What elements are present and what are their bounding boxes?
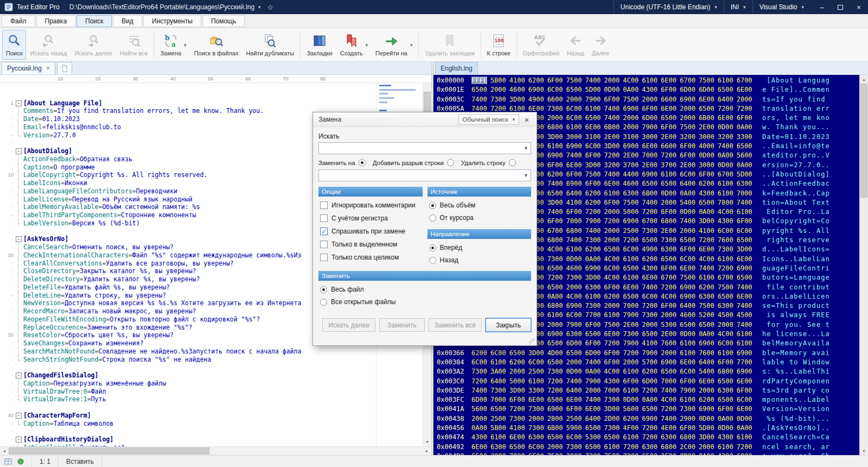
chevron-down-icon[interactable]: ▼ [521,146,531,151]
hex-word[interactable]: 7300 [585,302,601,310]
toolbar-search-button[interactable]: Поиск [2,30,26,60]
hex-word[interactable]: 2500 [490,415,506,422]
hex-word[interactable]: 6E00 [509,433,525,441]
hex-word[interactable]: 7200 [642,208,658,216]
hex-word[interactable]: 6900 [680,96,695,103]
hex-word[interactable]: 6400 [680,302,695,310]
menu-item-4[interactable]: Инструменты [143,15,201,27]
hex-word[interactable]: 6400 [566,190,582,197]
hex-word[interactable]: 7400 [566,236,582,244]
hex-word[interactable]: 6500 [642,330,658,338]
hex-word[interactable]: 6C00 [528,443,544,451]
hex-word[interactable]: 2E00 [623,321,639,329]
hex-word[interactable]: 2000 [623,358,639,366]
hex-word[interactable]: 4100 [642,339,658,347]
hex-word[interactable]: 7400 [737,302,752,310]
hex-word[interactable]: 4C00 [661,396,676,403]
hex-word[interactable]: 4300 [718,452,733,455]
hex-word[interactable]: 3D00 [509,96,525,103]
hex-word[interactable]: 5B00 [490,77,506,84]
hex-word[interactable]: 7400 [737,199,752,206]
hex-word[interactable]: 6100 [623,255,639,263]
hex-word[interactable]: 2000 [604,77,620,84]
hex-word[interactable]: 4400 [623,171,639,178]
hex-word[interactable]: 7400 [661,415,676,422]
hex-word[interactable]: 3D00 [585,161,601,169]
replace-mode-option-0[interactable]: Заменить на [318,159,366,166]
option-checkbox-1[interactable]: С учётом регистра [320,214,423,222]
hex-word[interactable]: 6E00 [699,96,714,103]
hex-word[interactable]: 2000 [680,114,695,122]
radio-button[interactable] [320,299,327,306]
fold-marker[interactable] [15,235,22,243]
hex-word[interactable]: 7400 [585,227,601,235]
hex-word[interactable]: 4100 [509,77,525,84]
hex-word[interactable]: 7900 [642,123,658,131]
hex-word[interactable]: 7300 [585,452,601,455]
hex-word[interactable]: 7300 [642,227,658,235]
hex-word[interactable]: 6300 [718,387,733,394]
hex-word[interactable]: 6F00 [547,161,563,169]
hex-word[interactable]: 6100 [566,245,582,253]
hex-word[interactable]: 5200 [699,311,714,319]
hex-word[interactable]: 7300 [585,236,601,244]
hex-word[interactable]: 6400 [718,96,733,103]
tab-new-file[interactable] [57,62,72,74]
hex-word[interactable]: 6D00 [566,339,582,347]
hex-word[interactable]: 7400 [471,96,487,103]
hex-word[interactable]: 2E00 [604,133,620,141]
toolbar-bookmark-goto-button[interactable]: Перейти на▾ [372,30,416,60]
hex-word[interactable]: 0A00 [471,424,487,432]
hex-word[interactable]: 4300 [471,433,487,441]
hex-word[interactable]: 7200 [642,387,658,394]
hex-word[interactable]: 7500 [680,123,695,131]
hex-word[interactable]: 4600 [623,180,639,187]
hex-word[interactable]: 6100 [642,77,658,84]
hex-word[interactable]: 7400 [585,77,601,84]
hex-word[interactable]: 7600 [718,236,733,244]
hex-word[interactable]: 0A00 [699,208,714,216]
hex-word[interactable]: 6F00 [680,142,695,150]
hex-word[interactable]: 6500 [737,274,752,281]
hex-word[interactable]: 6E00 [661,77,676,84]
hex-word[interactable]: 7900 [509,452,525,455]
hex-word[interactable]: 6500 [585,443,601,451]
hex-word[interactable]: 6600 [547,96,563,103]
hex-word[interactable]: 7400 [737,283,752,291]
hex-word[interactable]: 6500 [680,236,695,244]
scroll-right-icon[interactable]: ► [423,447,431,455]
hex-word[interactable]: 3F00 [661,452,676,455]
hex-word[interactable]: 7400 [585,358,601,366]
hex-word[interactable]: 7400 [471,105,487,112]
hex-word[interactable]: 7200 [623,452,639,455]
hex-word[interactable]: 6300 [661,433,676,441]
editor-hscrollbar[interactable]: ◄ ► [0,446,431,455]
hex-word[interactable]: 6500 [547,433,563,441]
hex-word[interactable]: 6E00 [699,245,714,253]
maximize-button[interactable] [831,0,850,14]
hex-word[interactable]: 6100 [490,358,506,366]
hex-word[interactable]: 7400 [699,264,714,272]
hex-word[interactable]: 6100 [737,330,752,338]
file-type-select[interactable]: INI ▾ [724,0,752,14]
hex-word[interactable]: 4300 [642,86,658,93]
fold-marker[interactable] [15,412,22,420]
checkbox[interactable] [320,214,328,222]
hex-word[interactable]: 0A00 [718,415,733,422]
hex-word[interactable]: 2E00 [680,161,695,169]
hex-word[interactable]: 4C00 [699,255,714,263]
hex-word[interactable]: 7500 [604,321,620,329]
hex-word[interactable]: 7500 [699,77,714,84]
chevron-down-icon[interactable]: ▾ [410,42,413,48]
toolbar-bookmarks-button[interactable]: Закладки [303,30,336,60]
hex-word[interactable]: 4900 [528,96,544,103]
hex-word[interactable]: 2E00 [623,152,639,159]
hex-word[interactable]: 6200 [642,255,658,263]
hex-word[interactable]: 6100 [509,105,525,112]
radio-button[interactable] [429,244,436,251]
hex-word[interactable]: 7500 [604,452,620,455]
hex-word[interactable]: 2000 [623,114,639,122]
hex-word[interactable]: 6200 [642,368,658,375]
hex-word[interactable]: 0A00 [737,424,752,432]
hex-word[interactable]: 7000 [661,377,676,385]
